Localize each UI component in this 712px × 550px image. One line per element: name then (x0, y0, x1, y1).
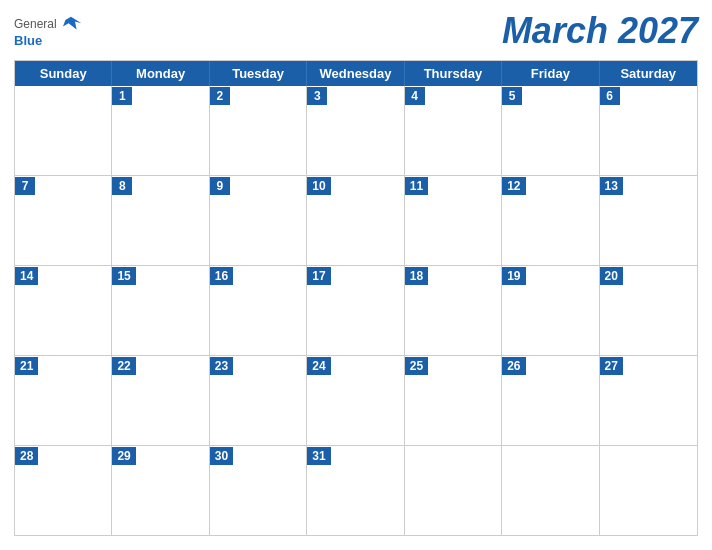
date-number: 8 (112, 177, 132, 195)
date-number: 12 (502, 177, 525, 195)
calendar-cell (600, 446, 697, 535)
date-number: 1 (112, 87, 132, 105)
date-number: 21 (15, 357, 38, 375)
month-title: March 2027 (502, 10, 698, 52)
calendar-week-3: 14151617181920 (15, 266, 697, 356)
calendar-cell: 9 (210, 176, 307, 265)
calendar-cell: 28 (15, 446, 112, 535)
date-number: 18 (405, 267, 428, 285)
date-number: 23 (210, 357, 233, 375)
date-number: 4 (405, 87, 425, 105)
calendar-week-1: 123456 (15, 86, 697, 176)
calendar-cell: 29 (112, 446, 209, 535)
calendar-cell: 8 (112, 176, 209, 265)
calendar-cell: 10 (307, 176, 404, 265)
calendar-cell: 15 (112, 266, 209, 355)
calendar-cell: 21 (15, 356, 112, 445)
header-tuesday: Tuesday (210, 61, 307, 86)
calendar-cell: 27 (600, 356, 697, 445)
calendar-cell: 20 (600, 266, 697, 355)
date-number: 27 (600, 357, 623, 375)
date-number: 7 (15, 177, 35, 195)
calendar-cell (502, 446, 599, 535)
calendar-cell: 18 (405, 266, 502, 355)
calendar-week-5: 28293031 (15, 446, 697, 535)
date-number: 17 (307, 267, 330, 285)
logo-blue: Blue (14, 33, 42, 48)
calendar-header: Sunday Monday Tuesday Wednesday Thursday… (15, 61, 697, 86)
calendar-cell: 3 (307, 86, 404, 175)
date-number: 28 (15, 447, 38, 465)
date-number: 25 (405, 357, 428, 375)
calendar-week-4: 21222324252627 (15, 356, 697, 446)
date-number: 13 (600, 177, 623, 195)
date-number: 30 (210, 447, 233, 465)
header-friday: Friday (502, 61, 599, 86)
calendar-week-2: 78910111213 (15, 176, 697, 266)
calendar-cell: 13 (600, 176, 697, 265)
calendar-cell: 30 (210, 446, 307, 535)
date-number: 15 (112, 267, 135, 285)
calendar-cell: 31 (307, 446, 404, 535)
date-number: 11 (405, 177, 428, 195)
header-monday: Monday (112, 61, 209, 86)
calendar-cell: 24 (307, 356, 404, 445)
date-number: 5 (502, 87, 522, 105)
date-number: 24 (307, 357, 330, 375)
date-number: 10 (307, 177, 330, 195)
calendar-cell: 2 (210, 86, 307, 175)
logo-general: General (14, 17, 57, 31)
calendar-cell (15, 86, 112, 175)
date-number: 2 (210, 87, 230, 105)
calendar-cell: 7 (15, 176, 112, 265)
page-header: General Blue March 2027 (14, 10, 698, 52)
date-number: 9 (210, 177, 230, 195)
date-number: 31 (307, 447, 330, 465)
calendar-cell: 16 (210, 266, 307, 355)
calendar-cell: 25 (405, 356, 502, 445)
svg-marker-0 (63, 16, 81, 29)
calendar-cell: 6 (600, 86, 697, 175)
header-sunday: Sunday (15, 61, 112, 86)
date-number: 29 (112, 447, 135, 465)
calendar-cell: 17 (307, 266, 404, 355)
date-number: 6 (600, 87, 620, 105)
calendar-cell: 23 (210, 356, 307, 445)
calendar-page: General Blue March 2027 Sunday Monday Tu… (0, 0, 712, 550)
calendar-cell: 11 (405, 176, 502, 265)
logo-bird-icon (59, 15, 83, 33)
calendar-cell: 1 (112, 86, 209, 175)
calendar-grid: Sunday Monday Tuesday Wednesday Thursday… (14, 60, 698, 536)
date-number: 20 (600, 267, 623, 285)
calendar-cell: 19 (502, 266, 599, 355)
date-number: 22 (112, 357, 135, 375)
date-number: 16 (210, 267, 233, 285)
header-thursday: Thursday (405, 61, 502, 86)
calendar-cell: 12 (502, 176, 599, 265)
calendar-body: 1234567891011121314151617181920212223242… (15, 86, 697, 535)
calendar-cell: 26 (502, 356, 599, 445)
header-saturday: Saturday (600, 61, 697, 86)
calendar-cell: 5 (502, 86, 599, 175)
date-number: 3 (307, 87, 327, 105)
date-number: 26 (502, 357, 525, 375)
calendar-cell: 22 (112, 356, 209, 445)
header-wednesday: Wednesday (307, 61, 404, 86)
date-number: 19 (502, 267, 525, 285)
calendar-cell: 14 (15, 266, 112, 355)
date-number: 14 (15, 267, 38, 285)
calendar-cell (405, 446, 502, 535)
calendar-cell: 4 (405, 86, 502, 175)
logo: General Blue (14, 15, 83, 48)
